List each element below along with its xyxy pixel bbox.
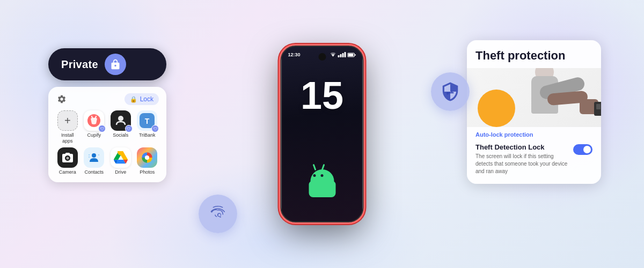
battery-icon (348, 53, 356, 57)
theft-protection-title: Theft protection (467, 40, 601, 68)
svg-point-13 (447, 92, 449, 95)
svg-rect-10 (89, 157, 90, 158)
theft-detection-text: Theft Detection Lock The screen will loc… (475, 143, 568, 175)
socials-security-badge: 🛡 (125, 125, 133, 132)
illus-yellow-circle (478, 90, 515, 127)
lock-icon-small: 🔒 (130, 96, 137, 103)
contacts-icon (84, 147, 104, 168)
app-item-contacts[interactable]: Contacts (83, 147, 106, 175)
lock-svg (110, 59, 121, 70)
private-lock-icon (105, 54, 126, 75)
phone-time: 12:30 (288, 52, 301, 57)
right-panel: Theft protection (467, 40, 601, 184)
app-item-tribank[interactable]: T 🛡 TriBank (136, 110, 159, 144)
socials-svg (114, 114, 127, 127)
socials-icon: 🛡 (111, 110, 131, 131)
drive-icon (111, 147, 131, 168)
theft-detection-row: Theft Detection Lock The screen will loc… (467, 140, 601, 184)
shield-bubble (431, 72, 470, 111)
app-item-cupify[interactable]: 🛡 Cupify (83, 110, 106, 144)
tribank-icon: T 🛡 (137, 110, 157, 131)
illus-phone-grabbed (594, 102, 601, 116)
robot-antenna-left (312, 164, 316, 170)
photos-icon (137, 147, 157, 168)
settings-icon[interactable] (56, 93, 68, 105)
fingerprint-icon (208, 204, 228, 224)
app-item-install[interactable]: + Install apps (56, 110, 79, 144)
theft-detection-desc: The screen will lock if this setting det… (475, 153, 568, 175)
app-item-photos[interactable]: Photos (136, 147, 159, 175)
cupify-icon: 🛡 (84, 110, 104, 131)
lock-button[interactable]: 🔒 Lock (125, 93, 159, 105)
phone-status-bar: 12:30 (288, 52, 356, 57)
illus-phone-screen (596, 104, 601, 109)
camera-icon (57, 147, 78, 168)
robot-eye-left (313, 174, 316, 177)
svg-rect-11 (98, 154, 99, 155)
phone-big-number: 15 (301, 76, 343, 115)
illus-hand (580, 99, 598, 114)
drive-svg (114, 151, 128, 164)
auto-lock-label: Auto-lock protection (467, 127, 601, 140)
theft-detection-toggle[interactable] (573, 144, 592, 155)
tribank-security-badge: 🛡 (151, 125, 159, 132)
svg-point-4 (118, 116, 123, 121)
cupify-security-badge: 🛡 (98, 125, 106, 132)
tribank-label: TriBank (139, 132, 156, 138)
robot-body (309, 181, 335, 197)
photos-svg (140, 151, 154, 165)
lock-button-label: Lock (140, 95, 153, 103)
cupify-label: Cupify (87, 132, 101, 138)
private-badge: Private (48, 48, 166, 80)
theft-illustration (467, 68, 601, 127)
svg-text:T: T (145, 117, 150, 125)
app-grid-header: 🔒 Lock (56, 93, 159, 105)
robot-eye-right (320, 174, 323, 177)
fingerprint-bubble (199, 195, 237, 233)
shield-key-icon (440, 81, 460, 102)
main-scene: 12:30 (0, 0, 644, 268)
svg-point-8 (92, 153, 96, 158)
left-panel: Private 🔒 Lock (48, 48, 166, 182)
app-grid-container: 🔒 Lock + Install apps (48, 87, 166, 182)
wifi-icon (330, 53, 336, 57)
svg-rect-2 (355, 54, 356, 55)
private-label: Private (61, 58, 98, 71)
photos-label: Photos (140, 169, 155, 175)
android-robot (301, 165, 343, 197)
illus-arm-group (539, 79, 598, 116)
svg-point-12 (145, 155, 149, 160)
phone-device: 12:30 (281, 46, 364, 222)
svg-point-7 (66, 157, 69, 159)
phone-status-icons (330, 52, 356, 57)
svg-rect-9 (89, 154, 90, 155)
gear-svg (57, 94, 67, 104)
socials-label: Socials (113, 132, 128, 138)
contacts-svg (87, 151, 100, 164)
app-item-socials[interactable]: 🛡 Socials (109, 110, 133, 144)
contacts-label: Contacts (84, 169, 104, 175)
install-apps-label: Install apps (56, 132, 79, 144)
app-item-drive[interactable]: Drive (109, 147, 133, 175)
app-grid: + Install apps 🛡 Cupify (56, 110, 159, 175)
svg-rect-1 (348, 54, 354, 56)
drive-label: Drive (115, 169, 126, 175)
camera-svg (61, 151, 74, 164)
signal-icon (338, 52, 346, 57)
install-apps-icon: + (57, 110, 78, 131)
app-item-camera[interactable]: Camera (56, 147, 79, 175)
camera-label: Camera (59, 169, 76, 175)
theft-detection-title: Theft Detection Lock (475, 143, 568, 151)
